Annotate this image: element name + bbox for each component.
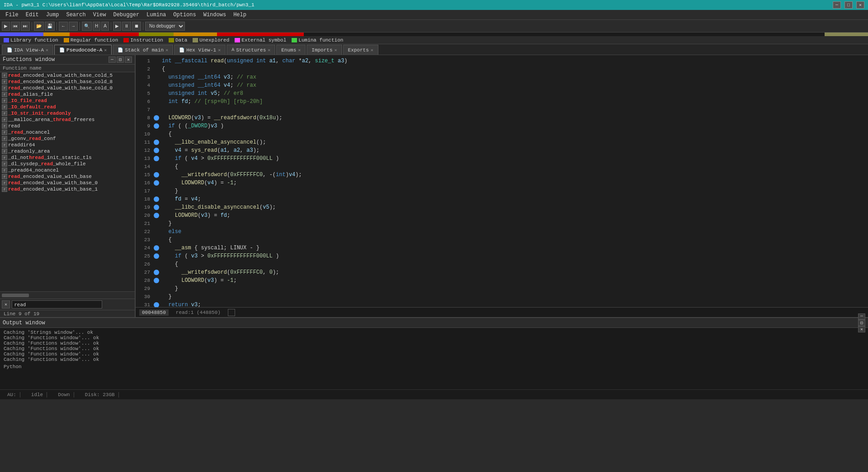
toolbar-btn-back[interactable]: ← <box>59 22 68 31</box>
menu-edit[interactable]: Edit <box>22 11 42 19</box>
tab-enums[interactable]: Enums ✕ <box>276 45 306 55</box>
list-item[interactable]: f _pread64_nocancel <box>0 167 135 173</box>
output-float[interactable]: ⊡ <box>858 320 865 326</box>
line-dot <box>154 270 159 275</box>
list-item[interactable]: f _dl_sysdep_read_whole_file <box>0 161 135 167</box>
function-name-column: Function name <box>0 65 135 72</box>
code-text: int fd; // [rsp+0h] [rbp-20h] <box>162 98 263 106</box>
menu-options[interactable]: Options <box>170 11 199 19</box>
tab-exports[interactable]: Exports ✕ <box>343 45 378 55</box>
output-minimize[interactable]: ─ <box>858 313 865 320</box>
list-item[interactable]: f read <box>0 123 135 129</box>
menu-search[interactable]: Search <box>62 11 89 19</box>
list-item[interactable]: f _readonly_area <box>0 148 135 154</box>
tab-pseudocode[interactable]: 📄 Pseudocode-A ✕ <box>54 45 112 55</box>
tab-imports[interactable]: Imports ✕ <box>307 45 342 55</box>
functions-panel-buttons: ─ ⊡ ✕ <box>108 56 132 63</box>
menu-view[interactable]: View <box>90 11 110 19</box>
toolbar-btn-save[interactable]: 💾 <box>45 22 55 31</box>
tab-imports-close[interactable]: ✕ <box>335 47 337 53</box>
code-content[interactable]: 1 int __fastcall read(unsigned int a1, c… <box>136 55 868 307</box>
output-line: Caching 'Strings window'... ok <box>4 330 864 335</box>
toolbar-btn-asm[interactable]: A <box>101 22 109 31</box>
list-item[interactable]: f read_encoded_value_with_base <box>0 173 135 180</box>
list-item[interactable]: f read_encoded_value_with_base_cold_0 <box>0 85 135 91</box>
list-item[interactable]: f _IO_str_init_readonly <box>0 110 135 117</box>
tab-struct-close[interactable]: ✕ <box>268 47 270 53</box>
output-line: Caching 'Functions window'... ok <box>4 357 864 362</box>
list-item[interactable]: f read_encoded_value_with_base_0 <box>0 180 135 186</box>
functions-panel-float[interactable]: ⊡ <box>117 56 124 63</box>
tab-enums-close[interactable]: ✕ <box>298 47 301 53</box>
mode-label: idle <box>28 392 47 397</box>
tab-hex-close[interactable]: ✕ <box>218 47 221 53</box>
list-item[interactable]: f read_alias_file <box>0 91 135 98</box>
toolbar-pause[interactable]: ⏸ <box>122 22 131 31</box>
list-item[interactable]: f readdir64 <box>0 142 135 148</box>
code-text: LODWORD(v3) = -1; <box>162 276 237 285</box>
list-item[interactable]: f _dl_nothread_init_static_tls <box>0 154 135 161</box>
toolbar-btn-hex[interactable]: H <box>93 22 100 31</box>
list-item[interactable]: f _gconv_read_conf <box>0 136 135 142</box>
tab-pseudocode-close[interactable]: ✕ <box>104 47 107 53</box>
tab-stack-main[interactable]: 📄 Stack of main ✕ <box>113 45 173 55</box>
menu-help[interactable]: Help <box>230 11 250 19</box>
line-dot <box>154 286 159 291</box>
tab-ida-view[interactable]: 📄 IDA View-A ✕ <box>2 45 53 55</box>
tab-exports-close[interactable]: ✕ <box>371 47 373 53</box>
line-dot <box>154 140 159 145</box>
toolbar-run[interactable]: ▶ <box>113 22 121 31</box>
func-icon: f <box>2 142 7 148</box>
menu-file[interactable]: File <box>2 11 22 19</box>
func-name: read <box>8 123 20 129</box>
list-item[interactable]: f read_encoded_value_with_base_cold_8 <box>0 79 135 85</box>
line-dot <box>154 294 159 299</box>
toolbar-btn-2[interactable]: ⏮ <box>11 22 20 31</box>
list-item[interactable]: f __malloc_arena_thread_freeres <box>0 117 135 123</box>
line-dot <box>154 262 159 267</box>
menu-windows[interactable]: Windows <box>200 11 230 19</box>
line-number: 14 <box>139 163 150 171</box>
tab-hex-view[interactable]: 📄 Hex View-1 ✕ <box>174 45 226 55</box>
line-number: 10 <box>139 130 150 138</box>
close-button[interactable]: ✕ <box>856 1 864 9</box>
toolbar-btn-1[interactable]: ▶ <box>2 22 10 31</box>
code-line-29: 29 } <box>136 285 868 293</box>
function-list[interactable]: f read_encoded_value_with_base_cold_5 f … <box>0 72 135 291</box>
toolbar-btn-fwd[interactable]: → <box>69 22 78 31</box>
tab-ida-view-label: IDA View-A <box>14 47 44 53</box>
list-item[interactable]: f read_encoded_value_with_base_1 <box>0 186 135 192</box>
code-line-6: 6 int fd; // [rsp+0h] [rbp-20h] <box>136 98 868 106</box>
debugger-select[interactable]: No debugger <box>145 22 185 31</box>
func-icon: f <box>2 136 7 141</box>
menu-jump[interactable]: Jump <box>42 11 63 19</box>
line-dot <box>154 302 159 307</box>
list-item[interactable]: f _read_nocancel <box>0 129 135 136</box>
minimize-button[interactable]: ─ <box>833 1 841 9</box>
functions-panel-close[interactable]: ✕ <box>125 56 132 63</box>
search-input[interactable] <box>12 300 102 308</box>
functions-panel-minimize[interactable]: ─ <box>108 56 116 63</box>
window-controls: ─ □ ✕ <box>833 1 864 9</box>
tab-ida-view-close[interactable]: ✕ <box>46 47 48 53</box>
tab-exports-label: Exports <box>348 47 369 53</box>
toolbar-btn-3[interactable]: ⏭ <box>21 22 30 31</box>
line-dot <box>154 83 159 88</box>
maximize-button[interactable]: □ <box>844 1 853 9</box>
toolbar-btn-search[interactable]: 🔍 <box>82 22 92 31</box>
func-name: read_encoded_value_with_base_cold_0 <box>8 85 113 91</box>
tab-stack-close[interactable]: ✕ <box>165 47 168 53</box>
line-number: 15 <box>139 171 150 179</box>
code-line-11: 11 __libc_enable_asynccancel(); <box>136 138 868 146</box>
search-close-button[interactable]: ✕ <box>2 300 10 308</box>
code-line-16: 16 LODWORD(v4) = -1; <box>136 179 868 187</box>
list-item[interactable]: f _IO_default_read <box>0 104 135 110</box>
list-item[interactable]: f read_encoded_value_with_base_cold_5 <box>0 72 135 79</box>
tab-structures[interactable]: A Structures ✕ <box>226 45 275 55</box>
toolbar-btn-open[interactable]: 📂 <box>34 22 44 31</box>
menu-lumina[interactable]: Lumina <box>143 11 170 19</box>
menu-debugger[interactable]: Debugger <box>109 11 143 19</box>
toolbar-stop[interactable]: ⏹ <box>132 22 141 31</box>
status-input[interactable] <box>228 309 235 316</box>
list-item[interactable]: f _IO_file_read <box>0 98 135 104</box>
